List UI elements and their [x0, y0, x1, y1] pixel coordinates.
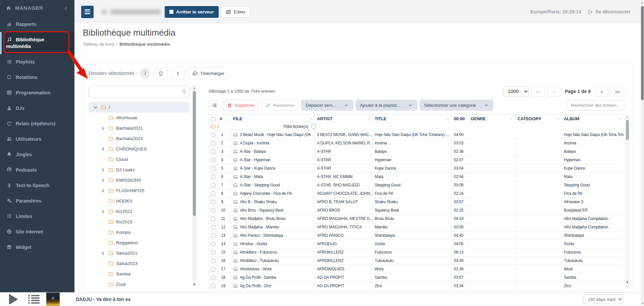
- table-row[interactable]: 1 3 Beatz Musik - Hoje Não Saio Daqui (O…: [209, 131, 624, 139]
- table-scrollbar-thumb[interactable]: [626, 120, 629, 140]
- view-mode-button[interactable]: [209, 100, 220, 111]
- chevron-right-icon[interactable]: [101, 188, 106, 193]
- folder-group-row[interactable]: /7044 fichier(s): [209, 123, 624, 131]
- table-row[interactable]: 13 Afro Panico - Shimbalaya AFRO PANICO …: [209, 231, 624, 240]
- col-category[interactable]: CATEGORY: [516, 115, 562, 123]
- tree-root-item[interactable]: /: [89, 102, 190, 113]
- tree-item[interactable]: Kiz2021: [89, 206, 201, 217]
- tree-item[interactable]: EMISSIONS: [89, 175, 201, 185]
- col-genre[interactable]: GENRE: [469, 115, 516, 123]
- row-checkbox[interactable]: [211, 275, 215, 280]
- stop-server-button[interactable]: Arrêter le serveur: [165, 6, 219, 18]
- tree-item[interactable]: Salsa2023: [89, 258, 201, 269]
- row-checkbox[interactable]: [211, 267, 215, 271]
- sidebar-item[interactable]: Text-to-Speech: [0, 178, 74, 193]
- file-search-input[interactable]: [567, 100, 624, 111]
- download-button[interactable]: Télécharger: [188, 67, 229, 79]
- page-size-select[interactable]: 1000: [503, 86, 529, 97]
- tree-item[interactable]: AfroHouse: [89, 113, 201, 123]
- root-folder-chip[interactable]: /: [140, 68, 151, 79]
- row-checkbox[interactable]: [211, 183, 215, 187]
- chevron-right-icon[interactable]: [101, 251, 106, 256]
- group-select-checkbox[interactable]: [311, 124, 316, 129]
- col-time[interactable]: 00:00: [452, 115, 469, 123]
- logout-link[interactable]: Se déconnecter: [596, 9, 631, 14]
- tree-item[interactable]: FLASHINFOS: [89, 185, 201, 196]
- tree-item[interactable]: CHRONIQUES: [89, 144, 201, 154]
- sidebar-item[interactable]: DJs: [0, 100, 74, 116]
- tree-item[interactable]: Kiz2023: [89, 217, 201, 227]
- chevron-down-icon[interactable]: [93, 105, 99, 110]
- scroll-up-arrow[interactable]: ▲: [625, 116, 630, 118]
- select-category-dropdown[interactable]: Sélectionner une catégorie: [420, 100, 493, 111]
- scroll-up-arrow[interactable]: ▲: [641, 1, 644, 4]
- tree-item[interactable]: Bachata2021: [89, 123, 201, 133]
- delete-button[interactable]: Supprimer: [223, 100, 259, 111]
- add-to-playlist-dropdown[interactable]: Ajouter à la playlist...: [356, 100, 417, 111]
- chevron-right-icon[interactable]: [101, 178, 106, 183]
- sort-icon[interactable]: [446, 117, 449, 121]
- row-checkbox[interactable]: [211, 233, 215, 238]
- scroll-down-arrow[interactable]: ▼: [625, 280, 630, 284]
- row-checkbox[interactable]: [211, 166, 215, 171]
- chevron-right-icon[interactable]: [101, 147, 106, 151]
- table-row[interactable]: 3 A-Star - Balaya A-STAR Balaya 02:38 Ba…: [209, 147, 624, 156]
- row-checkbox[interactable]: [211, 133, 215, 137]
- table-scrollbar[interactable]: ▲ ▼: [625, 115, 630, 289]
- table-row[interactable]: 8 Adjany Chocolate - Fica de Pé ADJANY C…: [209, 189, 624, 198]
- chevron-right-icon[interactable]: [101, 209, 106, 214]
- sidebar-item[interactable]: Rapports: [0, 16, 74, 32]
- table-row[interactable]: 7 A-Star - Stepping Good A-STAR, SHO MAD…: [209, 181, 624, 189]
- table-row[interactable]: 2 A Dupla - Insônia A DUPLA, KELSON MARI…: [209, 139, 624, 147]
- sidebar-item[interactable]: Paramètres: [0, 193, 74, 209]
- page-scrollbar[interactable]: ▲ ▼: [641, 0, 644, 306]
- play-button[interactable]: [9, 294, 18, 305]
- next-page-button[interactable]: »: [595, 86, 608, 97]
- row-checkbox[interactable]: [211, 242, 215, 246]
- row-checkbox[interactable]: [211, 284, 215, 288]
- table-row[interactable]: 10 Afro Bros - Squeezy Beat AFRO BROS Sq…: [209, 206, 624, 215]
- sidebar-item[interactable]: Site Internet: [0, 224, 74, 239]
- scroll-down-arrow[interactable]: ▼: [192, 283, 196, 286]
- row-checkbox[interactable]: [211, 158, 215, 162]
- scroll-up-arrow[interactable]: ▲: [192, 87, 196, 89]
- tree-item[interactable]: Salsa2021: [89, 248, 201, 258]
- row-checkbox[interactable]: [211, 208, 215, 213]
- sidebar-item[interactable]: Podcasts: [0, 162, 74, 178]
- tree-item[interactable]: DJ Leakz: [89, 165, 201, 175]
- table-row[interactable]: 11 Afro Madjaha - Brutu Brutu AFRO MADJA…: [209, 215, 624, 223]
- prev-page-button[interactable]: «: [547, 86, 560, 97]
- sort-icon[interactable]: [619, 117, 622, 121]
- collapse-tree-button[interactable]: [171, 67, 185, 79]
- table-row[interactable]: 16 Afrokillerz - Tukutukutu AFROKILLERZ …: [209, 257, 624, 265]
- row-checkbox[interactable]: [211, 141, 215, 145]
- row-checkbox[interactable]: [211, 200, 215, 204]
- sort-icon[interactable]: [465, 117, 468, 121]
- tree-item[interactable]: Reggaeton: [89, 237, 201, 248]
- table-row[interactable]: 19 Ag Da Profit - Zico AG DA PROFIT Zico…: [209, 282, 624, 290]
- scroll-down-arrow[interactable]: ▼: [641, 302, 644, 305]
- table-row[interactable]: 4 A-Star - Hypeman A-STAR Hypeman 02:07 …: [209, 156, 624, 164]
- last-page-button[interactable]: »»: [611, 86, 624, 97]
- first-page-button[interactable]: ««: [531, 86, 545, 97]
- breadcrumb-home[interactable]: Tableau de bord: [83, 42, 114, 47]
- rename-button[interactable]: Renommer: [261, 100, 299, 111]
- table-row[interactable]: 14 Afroduo - Gorila AFRODUO Gorila 04:05…: [209, 240, 624, 248]
- table-row[interactable]: 5 A-Star - Kupe Dance A-STAR Kupe Dance …: [209, 164, 624, 173]
- row-checkbox[interactable]: [211, 217, 215, 221]
- sort-icon[interactable]: [310, 117, 313, 121]
- sort-icon[interactable]: [556, 117, 559, 121]
- col-num[interactable]: #: [218, 115, 231, 123]
- row-checkbox[interactable]: [211, 225, 215, 229]
- sidebar-item[interactable]: Playlists: [0, 54, 74, 70]
- col-album[interactable]: ALBUM: [562, 115, 624, 123]
- page-scrollbar-thumb[interactable]: [641, 6, 644, 100]
- col-title[interactable]: TITLE: [373, 115, 452, 123]
- sidebar-item[interactable]: Widget: [0, 239, 74, 255]
- row-checkbox[interactable]: [211, 149, 215, 154]
- sidebar-item[interactable]: Relais (répéteurs): [0, 116, 74, 131]
- table-row[interactable]: 15 Afrokillerz - Futuceros AFROKILLERZ F…: [209, 248, 624, 257]
- table-row[interactable]: 12 Afro Madjaha - Mambo AFRO MADJAHA, TI…: [209, 223, 624, 231]
- logout-icon[interactable]: [588, 9, 593, 14]
- queue-icon[interactable]: [28, 295, 40, 304]
